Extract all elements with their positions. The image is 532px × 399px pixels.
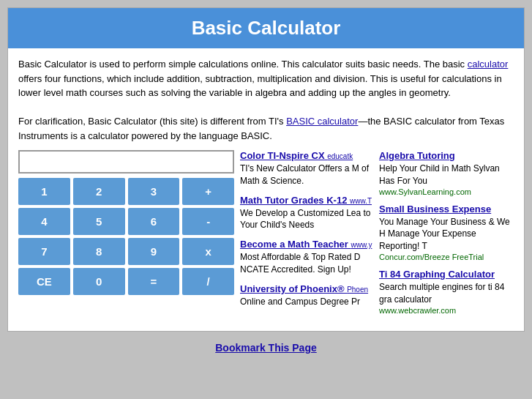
description-block: Basic Calculator is used to perform simp…: [18, 57, 514, 143]
btn-equals[interactable]: =: [128, 268, 180, 295]
ad-item-4: University of Phoenix® Phoen Online and …: [240, 283, 375, 308]
ad-item-r1: Algebra Tutoring Help Your Child in Math…: [379, 150, 514, 196]
btn-multiply[interactable]: x: [182, 238, 234, 265]
ad-desc-1: TI's New Calculator Offers a M of Math &…: [240, 163, 369, 186]
ad-title-r2[interactable]: Small Business Expense: [379, 204, 514, 215]
btn-8[interactable]: 8: [73, 238, 125, 265]
btn-5[interactable]: 5: [73, 208, 125, 235]
page-title: Basic Calculator: [8, 17, 524, 40]
ad-title-r3[interactable]: Ti 84 Graphing Calculator: [379, 269, 514, 280]
ad-desc-3: Most Affordable & Top Rated D NCATE Accr…: [240, 252, 360, 275]
desc-para2: For clarification, Basic Calculator (thi…: [18, 114, 514, 143]
ad-title-r1[interactable]: Algebra Tutoring: [379, 150, 514, 161]
ad-title-3[interactable]: Become a Math Teacher www.y: [240, 239, 375, 250]
ad-desc-4: Online and Campus Degree Pr: [240, 297, 360, 307]
ad-item-r2: Small Business Expense You Manage Your B…: [379, 204, 514, 261]
bookmark-link[interactable]: Bookmark This Page: [215, 342, 317, 354]
ad-item-2: Math Tutor Grades K-12 www.T We Develop …: [240, 195, 375, 232]
btn-divide[interactable]: /: [182, 268, 234, 295]
btn-6[interactable]: 6: [128, 208, 180, 235]
desc-para1: Basic Calculator is used to perform simp…: [18, 57, 514, 100]
ad-title-1[interactable]: Color TI-Nspire CX educatk: [240, 150, 375, 161]
basic-calculator-link[interactable]: BASIC calculator: [286, 116, 358, 127]
ad-title-4[interactable]: University of Phoenix® Phoen: [240, 283, 375, 294]
ad-item-r3: Ti 84 Graphing Calculator Search multipl…: [379, 269, 514, 315]
ad-title-2[interactable]: Math Tutor Grades K-12 www.T: [240, 195, 375, 206]
ad-url-r1: www.SylvanLearning.com: [379, 187, 514, 196]
calculator-section: 1 2 3 + 4 5 6 - 7 8 9 x CE 0 =: [18, 150, 234, 322]
bookmark-area: Bookmark This Page: [7, 332, 525, 359]
ad-url-r2: Concur.com/Breeze FreeTrial: [379, 253, 514, 261]
ad-desc-r1: Help Your Child in Math Sylvan Has For Y…: [379, 163, 500, 186]
btn-minus[interactable]: -: [182, 208, 234, 235]
ad-item-1: Color TI-Nspire CX educatk TI's New Calc…: [240, 150, 375, 187]
ad-column-left: Color TI-Nspire CX educatk TI's New Calc…: [240, 150, 375, 322]
page-header: Basic Calculator: [8, 8, 524, 48]
ad-desc-r2: You Manage Your Business & We H Manage Y…: [379, 217, 510, 252]
content-area: Basic Calculator is used to perform simp…: [8, 48, 524, 331]
btn-9[interactable]: 9: [128, 238, 180, 265]
ads-section: Color TI-Nspire CX educatk TI's New Calc…: [240, 150, 514, 322]
main-container: Basic Calculator Basic Calculator is use…: [7, 7, 525, 332]
calc-display[interactable]: [18, 150, 234, 174]
btn-1[interactable]: 1: [18, 178, 70, 205]
btn-ce[interactable]: CE: [18, 268, 70, 295]
ad-desc-2: We Develop a Customized Lea to Your Chil…: [240, 208, 371, 231]
calculator-link[interactable]: calculator: [468, 59, 509, 70]
page-wrapper: Basic Calculator Basic Calculator is use…: [7, 7, 525, 359]
btn-plus[interactable]: +: [182, 178, 234, 205]
ad-column-right: Algebra Tutoring Help Your Child in Math…: [379, 150, 514, 322]
btn-2[interactable]: 2: [73, 178, 125, 205]
ad-url-r3: www.webcrawler.com: [379, 306, 514, 315]
calculator-ads-row: 1 2 3 + 4 5 6 - 7 8 9 x CE 0 =: [18, 150, 514, 322]
btn-7[interactable]: 7: [18, 238, 70, 265]
btn-4[interactable]: 4: [18, 208, 70, 235]
btn-3[interactable]: 3: [128, 178, 180, 205]
calc-buttons: 1 2 3 + 4 5 6 - 7 8 9 x CE 0 =: [18, 178, 234, 295]
ad-desc-r3: Search multiple engines for ti 84 gra ca…: [379, 282, 504, 305]
ad-item-3: Become a Math Teacher www.y Most Afforda…: [240, 239, 375, 276]
btn-0[interactable]: 0: [73, 268, 125, 295]
